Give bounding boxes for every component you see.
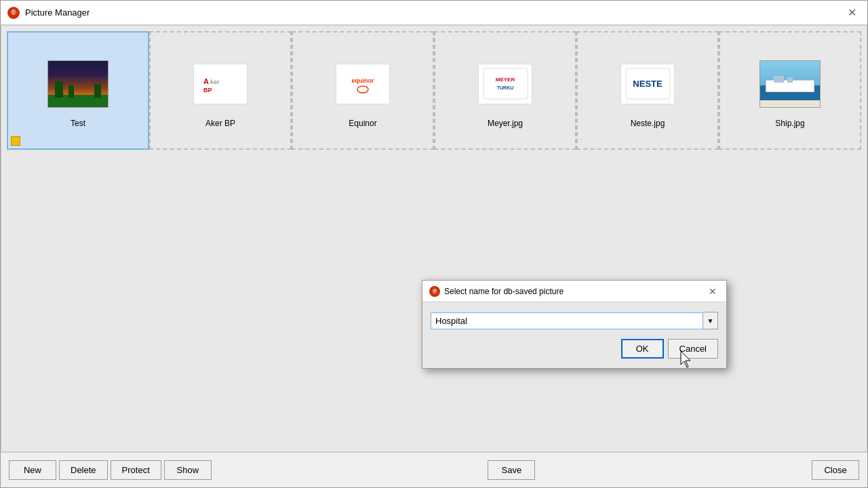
bottom-toolbar: New Delete Protect Show Save Close [1,452,867,487]
dropdown-button[interactable]: ▼ [703,312,718,329]
dialog-body: ▼ OK Cancel [422,302,726,368]
close-button[interactable]: Close [812,460,859,480]
main-window: ® Picture Manager ✕ Test [0,0,868,488]
dialog-input-row: ▼ [431,312,718,329]
main-content: Test A ker BP Ake [1,25,867,452]
protect-button[interactable]: Protect [111,460,161,480]
save-button[interactable]: Save [488,460,535,480]
dialog-title-left: ® Select name for db-saved picture [429,286,564,297]
dialog-close-button[interactable]: ✕ [706,287,719,296]
ok-button[interactable]: OK [621,339,664,359]
title-bar: ® Picture Manager ✕ [1,1,867,25]
title-bar-left: ® Picture Manager [7,7,90,19]
dialog-icon: ® [429,286,440,297]
window-title: Picture Manager [25,7,90,18]
dialog: ® Select name for db-saved picture ✕ ▼ O… [422,280,727,369]
modal-overlay: ® Select name for db-saved picture ✕ ▼ O… [1,26,867,451]
dialog-title-bar: ® Select name for db-saved picture ✕ [422,281,726,302]
delete-button[interactable]: Delete [59,460,108,480]
show-button[interactable]: Show [164,460,212,480]
app-icon: ® [7,7,20,19]
picture-name-input[interactable] [431,312,703,329]
dialog-title: Select name for db-saved picture [444,287,564,296]
cancel-button[interactable]: Cancel [668,339,718,359]
dialog-buttons: OK Cancel [431,339,718,359]
new-button[interactable]: New [9,460,56,480]
window-close-button[interactable]: ✕ [844,6,861,20]
